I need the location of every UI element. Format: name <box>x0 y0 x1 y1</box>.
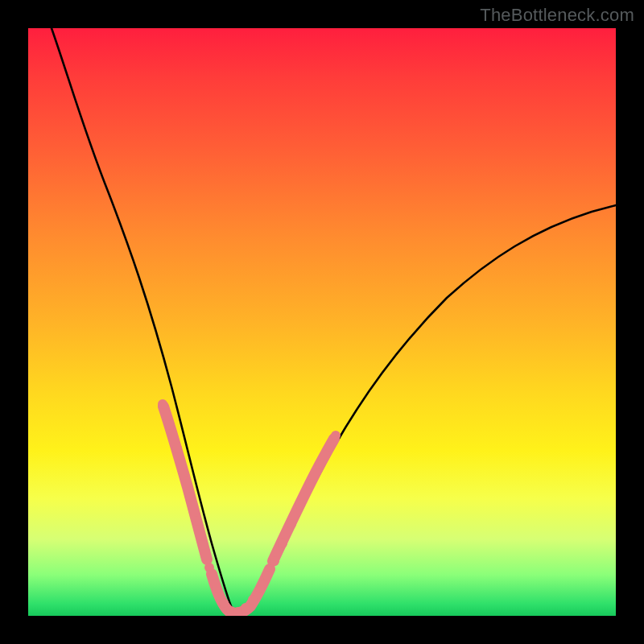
svg-point-1 <box>165 420 175 430</box>
svg-point-16 <box>270 556 279 566</box>
svg-point-21 <box>315 460 324 469</box>
plot-area <box>28 28 616 616</box>
svg-point-23 <box>331 431 341 440</box>
marker-dots <box>158 399 341 616</box>
bottleneck-curve <box>52 28 616 613</box>
svg-point-19 <box>295 500 305 510</box>
svg-point-17 <box>278 539 287 548</box>
svg-point-4 <box>185 492 195 502</box>
chart-svg <box>28 28 616 616</box>
svg-point-9 <box>219 598 229 608</box>
svg-point-0 <box>158 399 167 409</box>
svg-point-6 <box>198 540 208 550</box>
svg-point-2 <box>172 444 182 453</box>
svg-point-13 <box>248 595 258 605</box>
svg-point-7 <box>204 563 214 572</box>
svg-point-15 <box>262 571 272 580</box>
svg-point-14 <box>255 584 265 593</box>
svg-point-12 <box>241 603 250 613</box>
svg-point-3 <box>179 468 188 477</box>
svg-point-20 <box>305 479 315 489</box>
watermark-text: TheBottleneck.com <box>480 5 634 26</box>
svg-point-8 <box>212 584 221 593</box>
svg-point-5 <box>192 516 201 526</box>
outer-frame: TheBottleneck.com <box>0 0 644 644</box>
svg-point-22 <box>324 442 334 452</box>
svg-point-18 <box>287 519 296 529</box>
